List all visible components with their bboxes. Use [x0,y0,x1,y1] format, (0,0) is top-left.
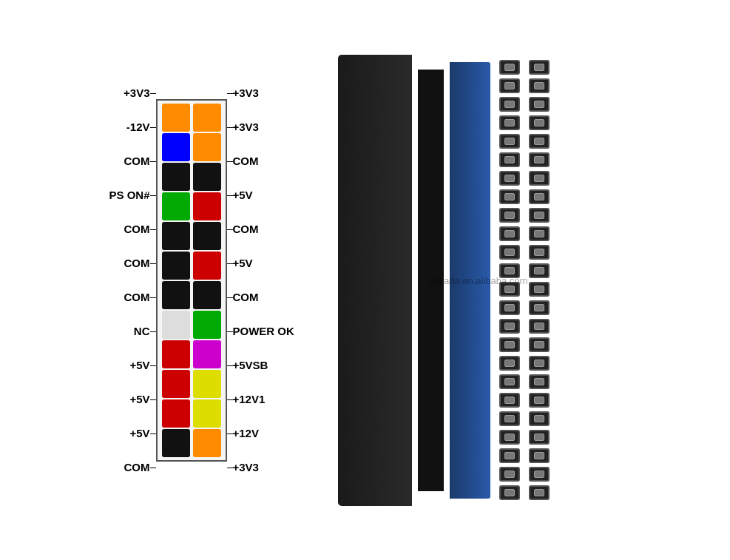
slot-col1-19 [499,411,520,426]
pin-right-0 [193,104,221,132]
pin-row-7 [162,311,221,339]
pin-right-3 [193,192,221,220]
pin-right-6 [193,281,221,309]
pin-right-11 [193,429,221,457]
slot-col2-4 [529,134,550,149]
pin-row-0 [162,104,221,132]
slot-col2-5 [529,152,550,167]
left-label-11: COM [97,451,156,485]
right-label-6: COM [227,280,301,314]
pin-left-1 [162,133,190,161]
right-label-8: +5VSB [227,348,301,382]
slot-col1-16 [499,356,520,371]
slot-col1-7 [499,189,520,204]
left-label-7: NC [97,314,156,348]
slot-col2-21 [529,448,550,463]
right-label-7: POWER OK [227,314,301,348]
left-label-6: COM [97,280,156,314]
slot-col1-9 [499,226,520,241]
slot-col2-20 [529,430,550,445]
diagram-section: +3V3-12VCOMPS ON#COMCOMCOMNC+5V+5V+5VCOM… [82,14,649,547]
slot-col2-19 [529,411,550,426]
slot-col1-21 [499,448,520,463]
slot-col2-11 [529,263,550,278]
slot-col2-1 [529,78,550,93]
slot-col1-4 [499,134,520,149]
slot-col1-0 [499,60,520,75]
slot-col2-2 [529,97,550,112]
photo-body-right [450,62,490,499]
slot-col1-15 [499,337,520,352]
slot-col2-8 [529,208,550,223]
right-label-10: +12V [227,416,301,451]
slot-col1-11 [499,263,520,278]
right-label-9: +12V1 [227,382,301,416]
pin-right-5 [193,252,221,280]
pin-right-4 [193,222,221,250]
left-label-2: COM [97,144,156,178]
pin-right-2 [193,163,221,191]
slot-col1-20 [499,430,520,445]
right-label-2: COM [227,144,301,178]
left-label-10: +5V [97,416,156,451]
left-label-4: COM [97,212,156,246]
slot-col1-8 [499,208,520,223]
right-label-11: +3V3 [227,451,301,485]
pin-left-5 [162,252,190,280]
pin-right-7 [193,311,221,339]
pin-row-10 [162,399,221,428]
pin-row-2 [162,163,221,191]
pin-left-10 [162,399,190,428]
pin-left-6 [162,281,190,309]
slot-col1-22 [499,467,520,482]
slot-col1-13 [499,300,520,315]
slot-col2-14 [529,319,550,334]
slot-col2-3 [529,115,550,130]
pin-left-0 [162,104,190,132]
photo-body-left [338,55,412,506]
pin-left-9 [162,370,190,398]
right-label-4: COM [227,212,301,246]
left-label-9: +5V [97,382,156,416]
slot-col1-23 [499,485,520,500]
pin-row-11 [162,429,221,457]
pin-row-3 [162,192,221,220]
slot-col2-15 [529,337,550,352]
right-label-0: +3V3 [227,76,301,110]
pin-left-7 [162,311,190,339]
slot-col2-13 [529,300,550,315]
pin-row-4 [162,222,221,250]
slot-col2-9 [529,226,550,241]
slot-col1-12 [499,282,520,297]
slots-column-2 [529,60,550,500]
slot-col1-1 [499,78,520,93]
connector-box [156,99,227,462]
slot-col2-16 [529,356,550,371]
slot-col1-17 [499,374,520,389]
pin-right-8 [193,340,221,368]
pin-row-5 [162,252,221,280]
left-label-3: PS ON# [97,178,156,212]
pin-left-4 [162,222,190,250]
connector-photo [338,36,619,524]
left-label-5: COM [97,246,156,280]
pin-right-9 [193,370,221,398]
pin-row-6 [162,281,221,309]
pin-row-1 [162,133,221,161]
slot-col2-7 [529,189,550,204]
slot-col2-22 [529,467,550,482]
pin-left-8 [162,340,190,368]
slot-col1-10 [499,245,520,260]
slot-col2-6 [529,171,550,186]
photo-body-center [418,70,444,491]
slot-col1-2 [499,97,520,112]
left-label-1: -12V [97,110,156,144]
left-label-8: +5V [97,348,156,382]
slot-col2-23 [529,485,550,500]
slot-col1-18 [499,393,520,408]
photo-section: bojiada.en.alibaba.com [323,29,634,532]
left-labels: +3V3-12VCOMPS ON#COMCOMCOMNC+5V+5V+5VCOM [97,76,156,485]
slot-col2-10 [529,245,550,260]
pin-row-9 [162,370,221,398]
slot-col1-14 [499,319,520,334]
